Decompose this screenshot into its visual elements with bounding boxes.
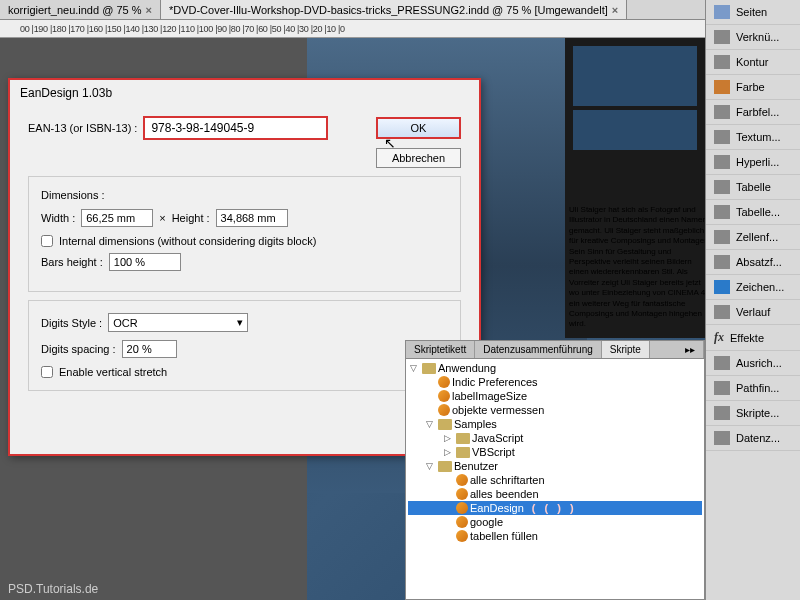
folder-icon [422,363,436,374]
panel-icon [714,155,730,169]
bars-height-input[interactable] [109,253,181,271]
dock-item-datenz[interactable]: Datenz... [706,426,800,451]
panel-icon [714,230,730,244]
width-label: Width : [41,212,75,224]
panel-icon: fx [714,330,724,345]
panel-menu-icon[interactable]: ▸▸ [677,341,704,358]
tab-scriptlabel[interactable]: Skriptetikett [406,341,475,358]
dock-item-verkn[interactable]: Verknü... [706,25,800,50]
document-tab-active[interactable]: *DVD-Cover-Illu-Workshop-DVD-basics-tric… [161,0,627,19]
ean-input[interactable] [143,116,328,140]
panel-icon [714,406,730,420]
internal-dimensions-checkbox[interactable] [41,235,53,247]
tree-script[interactable]: objekte vermessen [408,403,702,417]
script-icon [456,474,468,486]
dock-item-farbe[interactable]: Farbe [706,75,800,100]
panel-icon [714,280,730,294]
folder-icon [456,433,470,444]
body-text: Uli Staiger hat sich als Fotograf und Il… [567,203,705,332]
vertical-stretch-checkbox[interactable] [41,366,53,378]
dimensions-label: Dimensions : [41,189,448,201]
digits-spacing-input[interactable] [122,340,177,358]
tree-script[interactable]: alles beenden [408,487,702,501]
dock-item-kontur[interactable]: Kontur [706,50,800,75]
width-input[interactable] [81,209,153,227]
dock-item-tabelle[interactable]: Tabelle... [706,200,800,225]
panel-icon [714,105,730,119]
panel-icon [714,356,730,370]
folder-icon [438,461,452,472]
dock-item-effekte[interactable]: fxEffekte [706,325,800,351]
panel-icon [714,80,730,94]
tab-scripts[interactable]: Skripte [602,341,650,358]
horizontal-ruler: 00 |190 |180 |170 |160 |150 |140 |130 |1… [0,20,800,38]
tree-folder[interactable]: ▷JavaScript [408,431,702,445]
panel-icon [714,30,730,44]
panel-icon [714,255,730,269]
tree-script[interactable]: labelImageSize [408,389,702,403]
script-icon [438,390,450,402]
document-tab[interactable]: korrigiert_neu.indd @ 75 %× [0,0,161,19]
dock-item-farbfel[interactable]: Farbfel... [706,100,800,125]
dock-item-textum[interactable]: Textum... [706,125,800,150]
right-dock: SeitenVerknü...KonturFarbeFarbfel...Text… [705,0,800,600]
tree-script[interactable]: google [408,515,702,529]
panel-icon [714,205,730,219]
dock-item-absatzf[interactable]: Absatzf... [706,250,800,275]
digits-style-label: Digits Style : [41,317,102,329]
dock-item-ausrich[interactable]: Ausrich... [706,351,800,376]
tab-datamerge[interactable]: Datenzusammenführung [475,341,602,358]
tree-folder-user[interactable]: ▽Benutzer [408,459,702,473]
tree-folder-samples[interactable]: ▽Samples [408,417,702,431]
dock-item-skripte[interactable]: Skripte... [706,401,800,426]
dock-item-zellenf[interactable]: Zellenf... [706,225,800,250]
height-input[interactable] [216,209,288,227]
dock-item-pathfin[interactable]: Pathfin... [706,376,800,401]
chevron-down-icon: ▾ [237,316,243,329]
folder-icon [456,447,470,458]
tree-script[interactable]: alle schriftarten [408,473,702,487]
tree-script-eandesign[interactable]: EanDesign( ( ) ) [408,501,702,515]
panel-icon [714,130,730,144]
scripts-panel: Skriptetikett Datenzusammenführung Skrip… [405,340,705,600]
watermark: PSD.Tutorials.de [0,578,106,600]
bars-height-label: Bars height : [41,256,103,268]
ean-label: EAN-13 (or ISBN-13) : [28,122,137,134]
panel-icon [714,305,730,319]
digits-spacing-label: Digits spacing : [41,343,116,355]
ok-button[interactable]: OK [376,117,461,139]
dialog-title: EanDesign 1.03b [10,80,479,106]
dock-item-verlauf[interactable]: Verlauf [706,300,800,325]
script-icon [456,502,468,514]
dock-item-hyperli[interactable]: Hyperli... [706,150,800,175]
tree-script[interactable]: Indic Preferences [408,375,702,389]
digits-style-select[interactable]: OCR▾ [108,313,248,332]
dock-item-seiten[interactable]: Seiten [706,0,800,25]
panel-icon [714,55,730,69]
tree-folder-app[interactable]: ▽Anwendung [408,361,702,375]
height-label: Height : [172,212,210,224]
panel-icon [714,180,730,194]
script-icon [438,404,450,416]
script-icon [456,516,468,528]
tree-folder[interactable]: ▷VBScript [408,445,702,459]
script-icon [456,488,468,500]
tree-script[interactable]: tabellen füllen [408,529,702,543]
panel-icon [714,5,730,19]
panel-icon [714,431,730,445]
dock-item-tabelle[interactable]: Tabelle [706,175,800,200]
panel-icon [714,381,730,395]
dock-item-zeichen[interactable]: Zeichen... [706,275,800,300]
cancel-button[interactable]: Abbrechen [376,148,461,168]
folder-icon [438,419,452,430]
script-icon [438,376,450,388]
close-icon[interactable]: × [145,4,151,16]
script-icon [456,530,468,542]
close-icon[interactable]: × [612,4,618,16]
